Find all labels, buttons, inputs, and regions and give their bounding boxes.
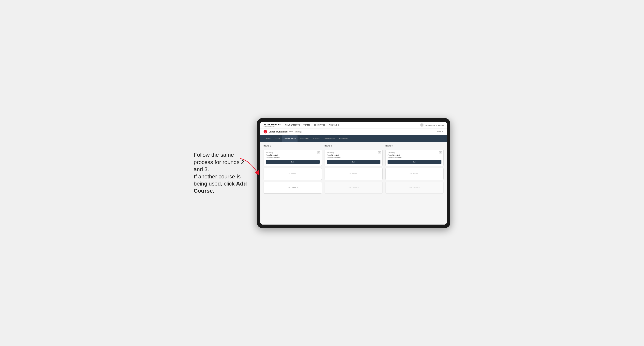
round-1-course-name: Peachtree GC	[266, 154, 320, 156]
page-wrapper: Follow the same process for rounds 2 and…	[194, 118, 450, 228]
round-3-edit-button[interactable]: Edit	[388, 160, 442, 164]
tab-teams[interactable]: Teams	[273, 135, 282, 142]
top-nav-right: blair@clippd.io | Sign out	[420, 123, 444, 127]
nav-links: TOURNAMENTS TEAMS COMMITTEE RANKINGS	[285, 124, 420, 126]
round-3-delete-button[interactable]: ×	[439, 152, 442, 154]
round-3-add-course-label-1: Add Course	[410, 173, 418, 175]
separator: |	[436, 124, 437, 126]
round-3-add-course-label-2: Add Course	[410, 187, 418, 188]
rounds-grid: Round 1 × (Course A) Peachtree GC Yellow…	[264, 145, 444, 194]
tab-leaderboards[interactable]: Leaderboards	[322, 135, 337, 142]
round-1-edit-button[interactable]: Edit	[266, 160, 320, 164]
round-2-add-course-label-2: Add Course	[348, 187, 357, 188]
tab-results[interactable]: Results	[311, 135, 322, 142]
round-2-add-course-1[interactable]: Add Course +	[324, 168, 383, 180]
logo-area: SCOREBOARD Powered by clippd	[264, 123, 281, 127]
cancel-icon: ✕	[442, 131, 444, 133]
round-2-title: Round 2	[324, 145, 383, 147]
round-3-plus-icon-1: +	[418, 173, 420, 175]
round-2-plus-icon-1: +	[358, 173, 359, 175]
nav-rankings[interactable]: RANKINGS	[329, 124, 339, 126]
round-1-title: Round 1	[264, 145, 322, 147]
round-1-course-label: (Course A)	[266, 152, 320, 154]
round-1-column: Round 1 × (Course A) Peachtree GC Yellow…	[264, 145, 322, 194]
round-2-add-course-2: Add Course +	[324, 182, 383, 194]
round-2-add-course-label-1: Add Course	[348, 173, 357, 175]
tab-details[interactable]: Details	[263, 135, 273, 142]
tab-course-setup[interactable]: Course Setup	[282, 135, 298, 142]
hosting-badge: Hosting	[294, 131, 302, 133]
app-logo-sub: Powered by clippd	[264, 126, 281, 127]
round-3-course-details: Yellow (M) (6629 yds)	[388, 156, 442, 158]
round-2-delete-button[interactable]: ×	[378, 152, 381, 154]
nav-teams[interactable]: TEAMS	[304, 124, 310, 126]
user-email: blair@clippd.io	[425, 124, 435, 126]
round-3-title: Round 3	[385, 145, 444, 147]
tab-bar: Details Teams Course Setup Tee Groups Re…	[260, 135, 447, 142]
instruction-panel: Follow the same process for rounds 2 and…	[194, 152, 249, 194]
tournament-gender: (Men)	[289, 131, 293, 133]
brand-icon: C	[264, 130, 267, 134]
round-3-course-card: × (Course A) Peachtree GC Yellow (M) (66…	[385, 150, 444, 166]
sign-out-link[interactable]: Sign out	[438, 124, 444, 126]
tournament-name: Clippd Invitational	[269, 131, 288, 133]
tablet-device: SCOREBOARD Powered by clippd TOURNAMENTS…	[257, 118, 450, 228]
round-2-column: Round 2 × (Course A) Peachtree GC Yellow…	[324, 145, 383, 194]
round-3-add-course-2: Add Course +	[385, 182, 444, 194]
round-1-add-course-1[interactable]: Add Course +	[264, 168, 322, 180]
tab-tee-groups[interactable]: Tee Groups	[298, 135, 311, 142]
instruction-text: Follow the same process for rounds 2 and…	[194, 152, 247, 194]
round-1-course-details: Yellow (M) (6629 yds)	[266, 156, 320, 158]
round-2-course-card: × (Course A) Peachtree GC Yellow (M) (66…	[324, 150, 383, 166]
round-2-course-name: Peachtree GC	[327, 154, 381, 156]
round-3-add-course-1[interactable]: Add Course +	[385, 168, 444, 180]
nav-tournaments[interactable]: TOURNAMENTS	[285, 124, 300, 126]
round-1-course-card: × (Course A) Peachtree GC Yellow (M) (66…	[264, 150, 322, 166]
main-content: Round 1 × (Course A) Peachtree GC Yellow…	[260, 142, 447, 225]
sub-header: C Clippd Invitational (Men) Hosting Canc…	[260, 129, 447, 135]
top-navigation: SCOREBOARD Powered by clippd TOURNAMENTS…	[260, 122, 447, 129]
round-2-edit-button[interactable]: Edit	[327, 160, 381, 164]
user-avatar	[420, 123, 424, 127]
round-3-course-name: Peachtree GC	[388, 154, 442, 156]
round-3-column: Round 3 × (Course A) Peachtree GC Yellow…	[385, 145, 444, 194]
nav-committee[interactable]: COMMITTEE	[314, 124, 325, 126]
round-1-add-course-label-1: Add Course	[288, 173, 296, 175]
round-3-plus-icon-2: +	[418, 186, 420, 189]
round-1-add-course-label-2: Add Course	[288, 187, 296, 188]
round-2-plus-icon-2: +	[358, 186, 359, 189]
round-1-plus-icon-2: +	[297, 186, 298, 189]
cancel-label: Cancel	[436, 131, 441, 133]
cancel-button[interactable]: Cancel ✕	[436, 131, 444, 133]
round-1-add-course-2[interactable]: Add Course +	[264, 182, 322, 194]
round-1-plus-icon-1: +	[297, 173, 298, 175]
instruction-bold: Add Course.	[194, 180, 247, 194]
tab-printables[interactable]: Printables	[337, 135, 350, 142]
tablet-screen: SCOREBOARD Powered by clippd TOURNAMENTS…	[260, 122, 447, 225]
round-3-course-label: (Course A)	[388, 152, 442, 154]
round-2-course-label: (Course A)	[327, 152, 381, 154]
round-1-delete-button[interactable]: ×	[317, 152, 320, 154]
round-2-course-details: Yellow (M) (6629 yds)	[327, 156, 381, 158]
app-logo: SCOREBOARD	[264, 123, 281, 126]
